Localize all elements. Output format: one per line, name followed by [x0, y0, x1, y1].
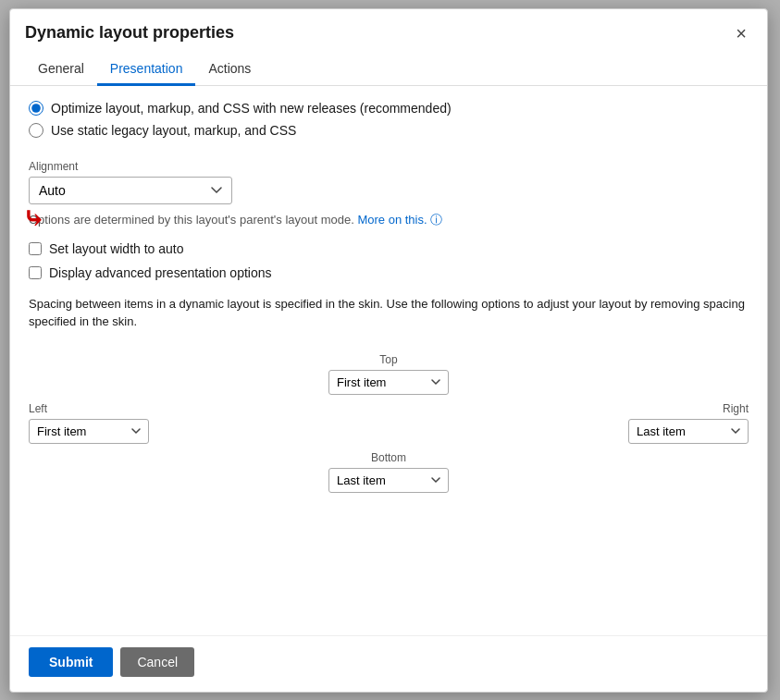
spacing-grid: Top First item Last item All items None …	[29, 353, 749, 493]
radio-option1[interactable]	[29, 101, 43, 116]
tab-general[interactable]: General	[25, 54, 97, 86]
top-select[interactable]: First item Last item All items None	[328, 370, 449, 395]
dialog: ⤶ Dynamic layout properties × General Pr…	[9, 8, 768, 693]
right-label: Right	[723, 402, 749, 415]
checkbox1-label[interactable]: Set layout width to auto	[29, 241, 749, 256]
bottom-select[interactable]: First item Last item All items None	[328, 468, 449, 493]
spacing-description: Spacing between items in a dynamic layou…	[29, 295, 749, 331]
radio-option2-text: Use static legacy layout, markup, and CS…	[51, 123, 296, 138]
annotation-arrow: ⤶	[23, 203, 44, 234]
radio-option1-text: Optimize layout, markup, and CSS with ne…	[51, 101, 452, 116]
close-button[interactable]: ×	[730, 22, 752, 44]
cancel-button[interactable]: Cancel	[120, 647, 194, 677]
more-on-this-link[interactable]: More on this. ⓘ	[357, 213, 442, 227]
checkbox-group: Set layout width to auto Display advance…	[29, 241, 749, 280]
bottom-cell: Bottom First item Last item All items No…	[166, 451, 612, 493]
alignment-select[interactable]: Auto Left Center Right	[29, 177, 232, 204]
alignment-label: Alignment	[29, 160, 749, 173]
left-select[interactable]: First item Last item All items None	[29, 419, 149, 444]
radio-option1-label[interactable]: Optimize layout, markup, and CSS with ne…	[29, 101, 749, 116]
tab-presentation[interactable]: Presentation	[97, 54, 196, 86]
top-label: Top	[379, 353, 397, 366]
right-select[interactable]: First item Last item All items None	[628, 419, 749, 444]
checkbox-width-auto[interactable]	[29, 242, 42, 255]
tab-bar: General Presentation Actions	[10, 54, 767, 86]
left-label: Left	[29, 402, 47, 415]
radio-option2[interactable]	[29, 123, 43, 138]
dialog-body: Optimize layout, markup, and CSS with ne…	[10, 86, 767, 635]
dialog-title: Dynamic layout properties	[25, 23, 234, 43]
tab-actions[interactable]: Actions	[195, 54, 264, 86]
checkbox-advanced-options[interactable]	[29, 266, 42, 279]
dialog-footer: Submit Cancel	[10, 635, 767, 692]
helper-text: Options are determined by this layout's …	[29, 212, 749, 228]
submit-button[interactable]: Submit	[29, 647, 113, 677]
top-cell: Top First item Last item All items None	[166, 353, 612, 395]
bottom-label: Bottom	[371, 451, 406, 464]
radio-option2-label[interactable]: Use static legacy layout, markup, and CS…	[29, 123, 749, 138]
right-cell: Right First item Last item All items Non…	[619, 402, 749, 444]
checkbox2-label[interactable]: Display advanced presentation options	[29, 265, 749, 280]
left-cell: Left First item Last item All items None	[29, 402, 158, 444]
layout-radio-group: Optimize layout, markup, and CSS with ne…	[29, 101, 749, 138]
dialog-header: Dynamic layout properties ×	[10, 9, 767, 44]
